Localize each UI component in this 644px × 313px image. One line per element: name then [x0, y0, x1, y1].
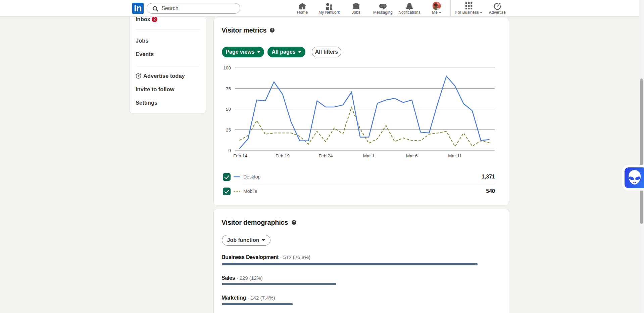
svg-text:Feb 14: Feb 14 — [233, 153, 248, 158]
svg-text:50: 50 — [226, 107, 231, 112]
svg-text:Mar 1: Mar 1 — [363, 153, 375, 158]
svg-text:75: 75 — [226, 86, 231, 91]
svg-text:100: 100 — [223, 65, 231, 70]
svg-text:Feb 24: Feb 24 — [318, 153, 333, 158]
svg-text:Feb 19: Feb 19 — [276, 153, 290, 158]
svg-text:0: 0 — [228, 148, 231, 153]
svg-text:Mar 6: Mar 6 — [406, 153, 418, 158]
svg-text:Mar 11: Mar 11 — [448, 153, 462, 158]
svg-text:25: 25 — [226, 127, 231, 133]
